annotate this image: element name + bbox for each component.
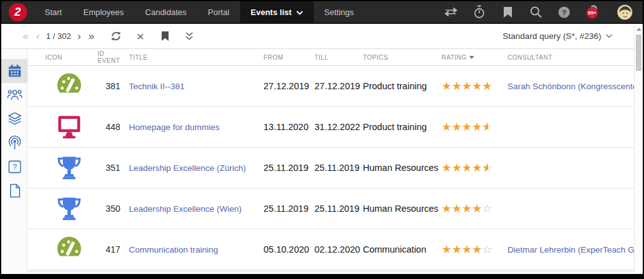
scroll-up-icon[interactable] bbox=[635, 25, 643, 33]
nav-item-portal[interactable]: Portal bbox=[197, 1, 240, 23]
logo-icon: 2 bbox=[9, 3, 27, 21]
event-type-icon bbox=[45, 113, 97, 141]
sidebar-item-layers[interactable] bbox=[1, 107, 28, 131]
refresh-icon[interactable] bbox=[109, 30, 122, 43]
sidebar-item-document[interactable] bbox=[1, 178, 28, 202]
module-sidebar: ? bbox=[1, 49, 28, 273]
event-topics: Product training bbox=[363, 81, 441, 91]
app-surface: 2 Start Employees Candidates Portal Even… bbox=[1, 1, 643, 274]
event-from-date: 27.12.2019 bbox=[264, 81, 314, 91]
people-group-icon bbox=[7, 87, 23, 103]
event-title-link[interactable]: Communication training bbox=[129, 245, 264, 254]
event-till-date: 25.11.2019 bbox=[314, 204, 363, 214]
event-id: 417 bbox=[97, 244, 129, 254]
nav-item-employees[interactable]: Employees bbox=[72, 1, 134, 23]
svg-text:?: ? bbox=[13, 162, 17, 171]
broadcast-icon bbox=[7, 135, 23, 151]
main-menu: Start Employees Candidates Portal Events… bbox=[34, 1, 365, 23]
sidebar-item-broadcast[interactable] bbox=[1, 131, 28, 155]
table-row[interactable]: 350 Leadership Excellence (Wien) 25.11.2… bbox=[28, 189, 643, 229]
event-topics: Human Resources bbox=[363, 163, 441, 173]
toolbar-icon-group: × bbox=[109, 30, 196, 43]
transfer-arrows-icon[interactable] bbox=[445, 6, 457, 18]
event-from-date: 05.10.2020 bbox=[264, 244, 314, 254]
avatar[interactable] bbox=[617, 4, 633, 20]
rating-stars: ★★★★☆ bbox=[441, 243, 508, 256]
calendar-icon bbox=[7, 63, 23, 79]
sidebar-item-people[interactable] bbox=[1, 83, 28, 107]
event-title-link[interactable]: Homepage for dummies bbox=[129, 123, 264, 132]
event-id: 448 bbox=[97, 122, 129, 132]
column-header-consultant[interactable]: CONSULTANT bbox=[508, 54, 643, 61]
query-selector-label: Standard query (S*, #236) bbox=[502, 31, 601, 41]
column-header-title[interactable]: TITLE bbox=[129, 54, 264, 61]
document-icon bbox=[7, 183, 23, 199]
navbar-icon-group: ? 99+ bbox=[445, 4, 633, 20]
rating-stars: ★★★★★ bbox=[441, 79, 508, 93]
previous-page-button[interactable]: ‹ bbox=[32, 31, 43, 41]
column-header-id-event[interactable]: ID EVENT bbox=[97, 50, 129, 64]
close-icon[interactable]: × bbox=[134, 30, 147, 43]
event-type-icon bbox=[45, 72, 97, 100]
event-title-link[interactable]: Leadership Excellence (Zürich) bbox=[129, 163, 264, 173]
table-header-row: ICON ID EVENT TITLE FROM TILL TOPICS RAT… bbox=[28, 49, 643, 66]
rating-stars: ★★★★☆★ bbox=[441, 161, 508, 175]
column-header-from[interactable]: FROM bbox=[264, 54, 314, 61]
consultant-link[interactable]: Dietmar Lehrerbin (ExperTeach GmbH) bbox=[508, 245, 643, 254]
event-id: 351 bbox=[97, 163, 129, 173]
help-box-icon: ? bbox=[7, 159, 23, 175]
event-topics: Human Resources bbox=[363, 204, 441, 214]
bookmark-icon[interactable] bbox=[501, 6, 514, 18]
top-navbar: 2 Start Employees Candidates Portal Even… bbox=[1, 1, 643, 24]
app-logo[interactable]: 2 bbox=[1, 3, 34, 21]
events-table: ICON ID EVENT TITLE FROM TILL TOPICS RAT… bbox=[28, 49, 643, 273]
event-from-date: 25.11.2019 bbox=[264, 204, 314, 214]
next-page-button[interactable]: › bbox=[74, 31, 85, 41]
nav-item-start[interactable]: Start bbox=[34, 1, 72, 23]
consultant-link[interactable]: Sarah Schönbonn (Kongresscenter Berlin bbox=[508, 82, 643, 91]
collapse-all-icon[interactable] bbox=[183, 30, 196, 43]
event-type-icon bbox=[45, 154, 97, 182]
event-type-icon bbox=[45, 195, 97, 222]
notification-badge: 99+ bbox=[586, 7, 598, 19]
help-icon[interactable]: ? bbox=[558, 6, 570, 18]
column-header-icon[interactable]: ICON bbox=[45, 54, 97, 61]
chevron-down-icon bbox=[296, 8, 303, 17]
search-icon[interactable] bbox=[530, 6, 542, 18]
chevron-down-icon bbox=[606, 34, 613, 38]
nav-item-events-list[interactable]: Events list bbox=[240, 1, 314, 23]
event-title-link[interactable]: Leadership Excellence (Wien) bbox=[129, 204, 264, 214]
app-window: 2 Start Employees Candidates Portal Even… bbox=[0, 0, 644, 279]
query-selector[interactable]: Standard query (S*, #236) bbox=[502, 31, 613, 41]
notifications-icon[interactable]: 99+ bbox=[586, 4, 601, 19]
first-page-button[interactable]: « bbox=[19, 31, 32, 41]
scrollbar-thumb[interactable] bbox=[636, 35, 641, 71]
event-title-link[interactable]: Technik II--381 bbox=[129, 82, 264, 91]
table-row[interactable]: 448 Homepage for dummies 13.11.2020 31.1… bbox=[28, 107, 643, 148]
rating-stars: ★★★★☆ bbox=[441, 202, 508, 216]
event-topics: Product training bbox=[363, 122, 441, 132]
table-row[interactable]: 381 Technik II--381 27.12.2019 27.12.201… bbox=[28, 66, 643, 107]
column-header-rating[interactable]: RATING bbox=[441, 54, 508, 61]
event-type-icon bbox=[45, 236, 97, 263]
event-topics: Communication bbox=[363, 244, 441, 254]
event-from-date: 13.11.2020 bbox=[264, 122, 314, 132]
list-toolbar: « ‹ 1 / 302 › » × Standard query (S*, #2… bbox=[1, 24, 643, 49]
svg-text:?: ? bbox=[562, 8, 567, 16]
nav-item-settings[interactable]: Settings bbox=[314, 1, 365, 23]
table-row[interactable]: 417 Communication training 05.10.2020 02… bbox=[28, 229, 643, 270]
rating-stars: ★★★★☆★ bbox=[441, 120, 508, 134]
last-page-button[interactable]: » bbox=[85, 31, 98, 41]
column-header-topics[interactable]: TOPICS bbox=[363, 54, 441, 61]
sidebar-item-calendar[interactable] bbox=[1, 59, 28, 83]
vertical-scrollbar[interactable] bbox=[634, 25, 643, 274]
content-area: ? ICON ID EVENT TITLE FROM TILL TOPICS R… bbox=[1, 49, 643, 273]
bookmark-filter-icon[interactable] bbox=[158, 30, 171, 43]
event-till-date: 25.11.2019 bbox=[314, 163, 363, 173]
sidebar-item-help[interactable]: ? bbox=[1, 155, 28, 178]
layers-icon bbox=[7, 111, 23, 127]
stopwatch-icon[interactable] bbox=[473, 6, 486, 18]
table-row[interactable]: 351 Leadership Excellence (Zürich) 25.11… bbox=[28, 148, 643, 189]
column-header-till[interactable]: TILL bbox=[314, 54, 363, 61]
nav-item-candidates[interactable]: Candidates bbox=[135, 1, 197, 23]
